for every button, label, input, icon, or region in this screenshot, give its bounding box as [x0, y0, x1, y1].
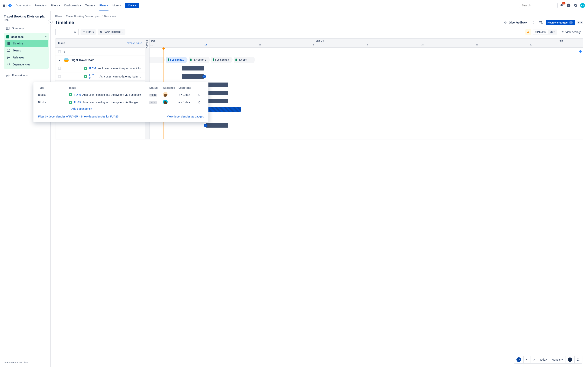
delete-dep-button[interactable] — [198, 101, 204, 104]
filter-search-input[interactable] — [55, 29, 78, 35]
issue-bar[interactable] — [206, 83, 228, 87]
svg-text:?: ? — [568, 4, 569, 7]
link-badge-icon[interactable] — [204, 124, 208, 127]
content: Plans/ Travel Booking Division plan/ Bes… — [51, 11, 588, 367]
chevron-down-icon — [45, 5, 47, 6]
create-issue-button[interactable]: Create issue — [123, 42, 142, 45]
toggle-list[interactable]: LIST — [548, 30, 557, 34]
sidebar-dependencies[interactable]: Dependencies — [5, 61, 48, 68]
timeline-row — [149, 81, 583, 89]
sidebar-releases[interactable]: Releases — [5, 54, 48, 61]
settings-icon[interactable] — [572, 2, 579, 8]
sprint-1[interactable]: FLY Sprint 1 — [166, 57, 188, 63]
page-title: Timeline — [55, 20, 74, 25]
nav-dashboards[interactable]: Dashboards — [63, 3, 83, 8]
svg-point-23 — [9, 49, 10, 50]
search-input[interactable] — [519, 3, 558, 8]
sidebar-teams[interactable]: Teams — [5, 47, 48, 54]
review-changes-button[interactable]: Review changes 2 — [546, 20, 575, 25]
checkbox[interactable] — [58, 67, 61, 70]
nav-filters[interactable]: Filters — [49, 3, 62, 8]
sidebar-summary[interactable]: Summary — [4, 25, 49, 32]
checkbox[interactable] — [58, 75, 61, 78]
calendar-icon[interactable] — [537, 19, 544, 26]
nav-your-work[interactable]: Your work — [15, 3, 32, 8]
col-status: Status — [149, 86, 163, 89]
link-badge-icon[interactable] — [202, 75, 206, 78]
chevron-down-icon — [107, 5, 109, 6]
jira-logo-icon[interactable] — [8, 3, 12, 8]
breadcrumb-plan[interactable]: Travel Booking Division plan — [66, 15, 100, 18]
delete-dep-button[interactable] — [198, 93, 204, 96]
hash-row: # — [55, 48, 145, 56]
create-button[interactable]: Create — [125, 3, 139, 8]
breadcrumb-scenario[interactable]: Best case — [104, 15, 116, 18]
svg-rect-8 — [6, 6, 6, 7]
share-icon[interactable] — [529, 19, 536, 26]
nav-teams[interactable]: Teams — [84, 3, 97, 8]
nav-projects[interactable]: Projects — [33, 3, 48, 8]
issue-key[interactable]: FLY-25 — [89, 73, 97, 80]
scenario-header[interactable]: Best case — [5, 34, 48, 40]
fullscreen-button[interactable] — [575, 356, 582, 363]
nav-prev[interactable] — [524, 356, 530, 363]
timeline-panel: Dec Jan '24 Feb 11182518152229 rint FLY — [149, 39, 583, 139]
issue-row[interactable]: FLY-7 As I user I can edit my account in… — [55, 64, 145, 72]
scenario-color-icon — [6, 35, 9, 38]
view-deps-badges-link[interactable]: View dependencies as badges — [167, 115, 204, 118]
view-settings-button[interactable]: View settings — [559, 29, 583, 35]
sprint-2[interactable]: FLY Sprint 2 — [189, 57, 210, 63]
plan-title: Travel Booking Division plan — [4, 15, 49, 18]
issue-bar[interactable] — [206, 99, 228, 103]
breadcrumb-plans[interactable]: Plans — [55, 15, 62, 18]
nav-more[interactable]: More — [111, 3, 122, 8]
warning-icon[interactable] — [525, 29, 531, 35]
issue-key[interactable]: FLY-7 — [89, 67, 96, 70]
team-row[interactable]: Flight Travel Team — [55, 56, 145, 64]
more-actions-button[interactable] — [577, 21, 583, 24]
sidebar-plan-settings[interactable]: Plan settings — [4, 72, 49, 79]
issue-bar[interactable] — [206, 91, 228, 95]
issue-column-header[interactable]: Issue — [58, 42, 68, 45]
toggle-timeline[interactable]: TIMELINE — [533, 30, 548, 34]
help-icon[interactable]: ? — [565, 2, 572, 8]
add-dependency-button[interactable]: + Add dependency — [69, 107, 204, 110]
releases-icon — [7, 56, 10, 59]
basic-filter-button[interactable]: Basic EDITED — [98, 29, 125, 35]
nav-plans[interactable]: Plans — [98, 3, 110, 8]
zoom-select[interactable]: Months — [549, 356, 565, 363]
issue-bar[interactable] — [182, 66, 204, 70]
filters-button[interactable]: Filters — [80, 29, 96, 35]
sliders-icon — [561, 31, 564, 33]
chevron-down-icon — [29, 5, 31, 6]
milestone-dot-icon[interactable] — [579, 50, 582, 53]
nav-scroll-start[interactable] — [514, 356, 524, 363]
give-feedback-button[interactable]: Give feedback — [504, 21, 527, 24]
nav-next[interactable] — [530, 356, 537, 363]
learn-more-link[interactable]: Learn more about plans — [4, 360, 49, 365]
sidebar-timeline[interactable]: Timeline — [5, 40, 48, 47]
issue-bar[interactable] — [206, 123, 228, 128]
issue-row[interactable]: FLY-25 As a user I can update my login d… — [55, 72, 145, 81]
today-button[interactable]: Today — [537, 356, 549, 363]
profile-avatar[interactable]: CJ — [579, 2, 586, 8]
issue-bar-striped[interactable] — [206, 107, 241, 112]
checkbox[interactable] — [58, 50, 61, 53]
info-button[interactable]: i — [565, 356, 575, 363]
issue-key[interactable]: FLY-9 — [74, 101, 81, 104]
chevron-down-icon — [59, 5, 60, 6]
issue-bar[interactable] — [182, 74, 204, 79]
sprint-3[interactable]: FLY Sprint 3 — [211, 57, 233, 63]
sprint-4[interactable]: FLY Spri — [234, 57, 255, 63]
search-field[interactable] — [522, 4, 556, 7]
notifications-icon[interactable]: 9+ — [558, 2, 565, 8]
issue-key[interactable]: FLY-6 — [74, 93, 81, 96]
assignee-avatar[interactable] — [163, 92, 168, 97]
filter-by-deps-link[interactable]: Filter by dependencies of FLY-25 — [38, 115, 78, 118]
changes-count: 2 — [569, 21, 573, 24]
show-deps-link[interactable]: Show dependencies for FLY-25 — [81, 115, 119, 118]
sprint-prev[interactable]: rint — [149, 57, 165, 63]
assignee-avatar[interactable] — [163, 100, 168, 104]
svg-point-20 — [7, 44, 8, 45]
app-switcher-icon[interactable] — [2, 3, 7, 8]
